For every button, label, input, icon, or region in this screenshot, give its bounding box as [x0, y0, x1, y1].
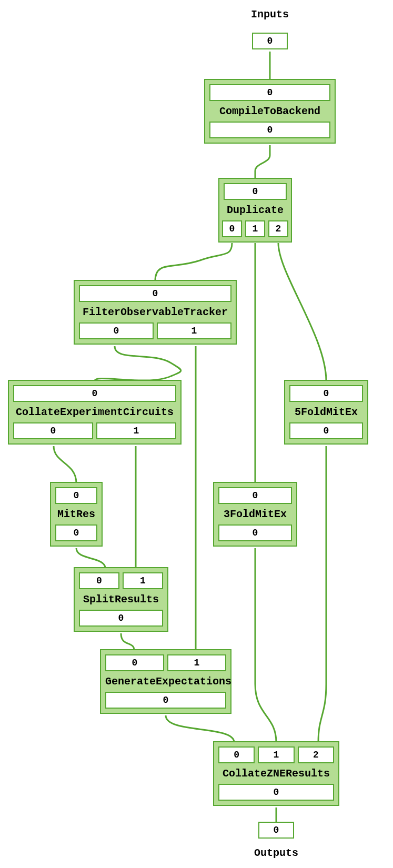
node-collate-zne: 0 1 2 CollateZNEResults 0 — [213, 741, 339, 806]
split-in-1: 1 — [123, 572, 163, 589]
collateexp-in-0: 0 — [13, 385, 176, 402]
mitres-label: MitRes — [55, 508, 97, 520]
output-port: 0 — [258, 822, 294, 839]
fold5-in-0: 0 — [289, 385, 363, 402]
collatezne-label: CollateZNEResults — [218, 768, 334, 780]
outputs-title: Outputs — [247, 847, 305, 859]
collateexp-label: CollateExperimentCircuits — [13, 406, 176, 418]
collatezne-in-2: 2 — [298, 746, 334, 763]
compile-in-0: 0 — [209, 84, 330, 101]
filter-out-0: 0 — [79, 322, 154, 339]
inputs-title: Inputs — [242, 8, 298, 21]
node-3fold: 0 3FoldMitEx 0 — [213, 482, 297, 547]
collateexp-out-1: 1 — [96, 422, 176, 439]
split-label: SplitResults — [79, 593, 163, 605]
split-in-0: 0 — [79, 572, 119, 589]
diagram-canvas: Inputs Outputs 0 0 CompileToBackend 0 0 … — [0, 0, 393, 868]
input-port: 0 — [252, 33, 288, 49]
mitres-in-0: 0 — [55, 487, 97, 504]
fold3-label: 3FoldMitEx — [218, 508, 292, 520]
collatezne-out-0: 0 — [218, 784, 334, 801]
node-mitres: 0 MitRes 0 — [50, 482, 103, 547]
node-split: 0 1 SplitResults 0 — [74, 567, 168, 632]
collateexp-out-0: 0 — [13, 422, 93, 439]
compile-out-0: 0 — [209, 122, 330, 138]
collatezne-in-0: 0 — [218, 746, 255, 763]
fold5-label: 5FoldMitEx — [289, 406, 363, 418]
node-duplicate: 0 Duplicate 0 1 2 — [218, 178, 292, 243]
node-collate-exp: 0 CollateExperimentCircuits 0 1 — [8, 380, 182, 445]
genexp-in-1: 1 — [167, 654, 226, 671]
filter-in-0: 0 — [79, 285, 231, 302]
duplicate-in-0: 0 — [224, 183, 287, 200]
genexp-label: GenerateExpectations — [105, 675, 226, 688]
fold3-in-0: 0 — [218, 487, 292, 504]
node-5fold: 0 5FoldMitEx 0 — [284, 380, 368, 445]
mitres-out-0: 0 — [55, 524, 97, 541]
duplicate-out-1: 1 — [245, 220, 265, 237]
node-filter: 0 FilterObservableTracker 0 1 — [74, 280, 237, 345]
genexp-in-0: 0 — [105, 654, 164, 671]
node-compile: 0 CompileToBackend 0 — [204, 79, 336, 144]
split-out-0: 0 — [79, 610, 163, 627]
duplicate-out-2: 2 — [268, 220, 288, 237]
filter-out-1: 1 — [157, 322, 231, 339]
collatezne-in-1: 1 — [258, 746, 294, 763]
genexp-out-0: 0 — [105, 692, 226, 709]
fold5-out-0: 0 — [289, 422, 363, 439]
fold3-out-0: 0 — [218, 524, 292, 541]
filter-label: FilterObservableTracker — [79, 306, 231, 318]
duplicate-label: Duplicate — [224, 204, 287, 216]
duplicate-out-0: 0 — [222, 220, 242, 237]
node-genexp: 0 1 GenerateExpectations 0 — [100, 649, 231, 714]
compile-label: CompileToBackend — [209, 105, 330, 117]
